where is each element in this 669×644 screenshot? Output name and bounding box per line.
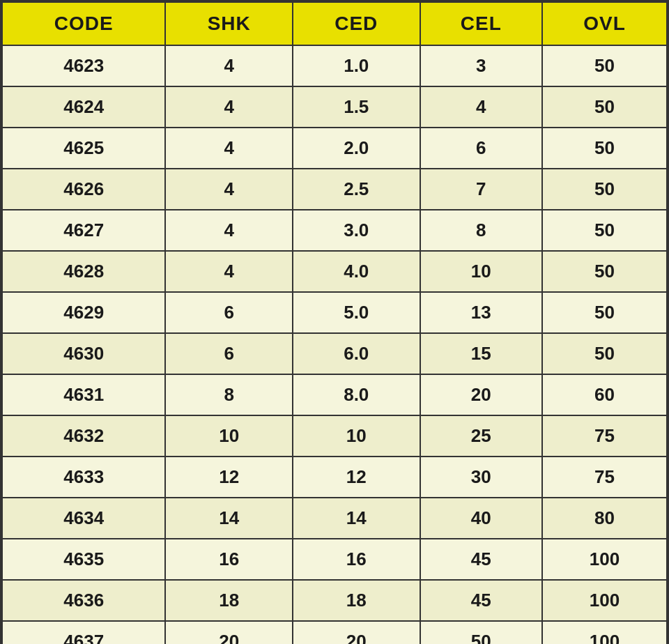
cell-r4-c1: 4: [165, 210, 293, 251]
table-row: 463188.02060: [2, 374, 667, 415]
header-row: CODESHKCEDCELOVL: [2, 2, 667, 45]
cell-r5-c1: 4: [165, 251, 293, 292]
cell-r10-c1: 12: [165, 457, 293, 498]
cell-r9-c3: 25: [420, 415, 542, 457]
cell-r12-c1: 16: [165, 539, 293, 580]
cell-r5-c0: 4628: [2, 251, 165, 292]
cell-r12-c2: 16: [293, 539, 420, 580]
cell-r7-c0: 4630: [2, 333, 165, 374]
cell-r14-c0: 4637: [2, 621, 165, 644]
cell-r12-c4: 100: [542, 539, 667, 580]
header-col-ced: CED: [293, 2, 420, 45]
cell-r14-c1: 20: [165, 621, 293, 644]
cell-r8-c0: 4631: [2, 374, 165, 415]
cell-r7-c4: 50: [542, 333, 667, 374]
table-row: 462844.01050: [2, 251, 667, 292]
cell-r1-c1: 4: [165, 86, 293, 128]
cell-r10-c2: 12: [293, 457, 420, 498]
cell-r10-c3: 30: [420, 457, 542, 498]
cell-r4-c2: 3.0: [293, 210, 420, 251]
cell-r4-c4: 50: [542, 210, 667, 251]
cell-r9-c2: 10: [293, 415, 420, 457]
cell-r13-c4: 100: [542, 580, 667, 621]
cell-r11-c3: 40: [420, 498, 542, 539]
cell-r8-c1: 8: [165, 374, 293, 415]
cell-r9-c4: 75: [542, 415, 667, 457]
data-table: CODESHKCEDCELOVL 462341.0350462441.54504…: [1, 1, 668, 644]
table-header: CODESHKCEDCELOVL: [2, 2, 667, 45]
cell-r9-c1: 10: [165, 415, 293, 457]
cell-r11-c2: 14: [293, 498, 420, 539]
cell-r3-c0: 4626: [2, 169, 165, 210]
cell-r2-c4: 50: [542, 128, 667, 169]
cell-r2-c3: 6: [420, 128, 542, 169]
cell-r12-c0: 4635: [2, 539, 165, 580]
cell-r4-c3: 8: [420, 210, 542, 251]
cell-r1-c2: 1.5: [293, 86, 420, 128]
table-row: 462642.5750: [2, 169, 667, 210]
cell-r0-c0: 4623: [2, 45, 165, 86]
cell-r11-c4: 80: [542, 498, 667, 539]
cell-r14-c2: 20: [293, 621, 420, 644]
header-col-cel: CEL: [420, 2, 542, 45]
cell-r3-c4: 50: [542, 169, 667, 210]
cell-r1-c3: 4: [420, 86, 542, 128]
cell-r8-c3: 20: [420, 374, 542, 415]
cell-r5-c4: 50: [542, 251, 667, 292]
table-row: 462341.0350: [2, 45, 667, 86]
cell-r13-c0: 4636: [2, 580, 165, 621]
cell-r2-c0: 4625: [2, 128, 165, 169]
cell-r11-c1: 14: [165, 498, 293, 539]
cell-r5-c3: 10: [420, 251, 542, 292]
cell-r7-c2: 6.0: [293, 333, 420, 374]
cell-r1-c0: 4624: [2, 86, 165, 128]
cell-r0-c1: 4: [165, 45, 293, 86]
table-body: 462341.0350462441.5450462542.0650462642.…: [2, 45, 667, 644]
cell-r1-c4: 50: [542, 86, 667, 128]
cell-r3-c2: 2.5: [293, 169, 420, 210]
main-table-container: CODESHKCEDCELOVL 462341.0350462441.54504…: [0, 0, 669, 644]
cell-r12-c3: 45: [420, 539, 542, 580]
table-row: 463066.01550: [2, 333, 667, 374]
cell-r10-c0: 4633: [2, 457, 165, 498]
cell-r6-c2: 5.0: [293, 292, 420, 333]
cell-r13-c1: 18: [165, 580, 293, 621]
cell-r2-c2: 2.0: [293, 128, 420, 169]
table-row: 463210102575: [2, 415, 667, 457]
table-row: 462542.0650: [2, 128, 667, 169]
cell-r14-c3: 50: [420, 621, 542, 644]
header-col-code: CODE: [2, 2, 165, 45]
header-col-ovl: OVL: [542, 2, 667, 45]
table-row: 463414144080: [2, 498, 667, 539]
table-row: 4635161645100: [2, 539, 667, 580]
cell-r8-c4: 60: [542, 374, 667, 415]
cell-r6-c4: 50: [542, 292, 667, 333]
cell-r7-c1: 6: [165, 333, 293, 374]
cell-r14-c4: 100: [542, 621, 667, 644]
header-col-shk: SHK: [165, 2, 293, 45]
cell-r3-c1: 4: [165, 169, 293, 210]
table-row: 462441.5450: [2, 86, 667, 128]
cell-r0-c4: 50: [542, 45, 667, 86]
cell-r8-c2: 8.0: [293, 374, 420, 415]
cell-r6-c1: 6: [165, 292, 293, 333]
cell-r0-c3: 3: [420, 45, 542, 86]
cell-r4-c0: 4627: [2, 210, 165, 251]
cell-r11-c0: 4634: [2, 498, 165, 539]
table-row: 462743.0850: [2, 210, 667, 251]
cell-r3-c3: 7: [420, 169, 542, 210]
cell-r6-c0: 4629: [2, 292, 165, 333]
table-row: 462965.01350: [2, 292, 667, 333]
cell-r5-c2: 4.0: [293, 251, 420, 292]
cell-r10-c4: 75: [542, 457, 667, 498]
table-row: 4636181845100: [2, 580, 667, 621]
cell-r0-c2: 1.0: [293, 45, 420, 86]
cell-r7-c3: 15: [420, 333, 542, 374]
cell-r13-c2: 18: [293, 580, 420, 621]
cell-r6-c3: 13: [420, 292, 542, 333]
cell-r2-c1: 4: [165, 128, 293, 169]
table-row: 463312123075: [2, 457, 667, 498]
table-row: 4637202050100: [2, 621, 667, 644]
cell-r13-c3: 45: [420, 580, 542, 621]
cell-r9-c0: 4632: [2, 415, 165, 457]
